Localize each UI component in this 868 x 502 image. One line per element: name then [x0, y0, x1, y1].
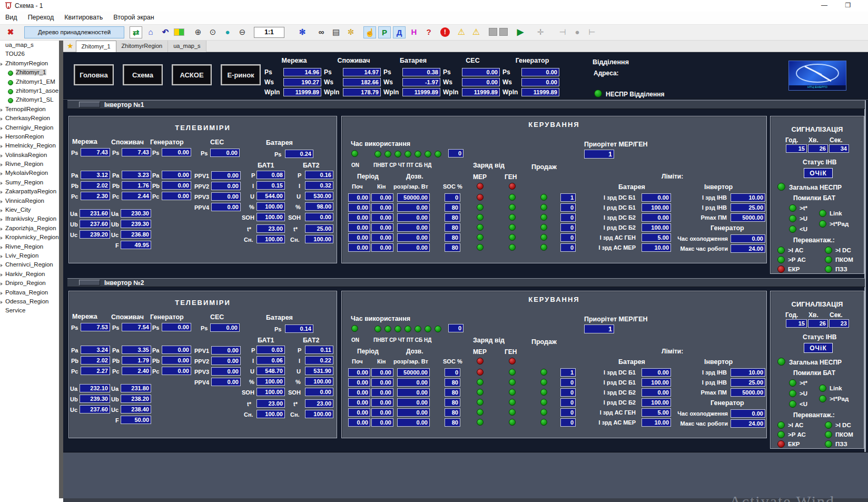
tree-item[interactable]: Sumy_Region	[0, 178, 59, 187]
menu-item[interactable]: Переход	[23, 12, 60, 25]
alarm-icon[interactable]: !	[440, 27, 450, 37]
tree-item[interactable]: Kiev_City	[0, 205, 59, 214]
limit-field[interactable]: 5000.00	[731, 213, 765, 222]
tree-item[interactable]: HersonRegion	[0, 132, 59, 141]
allow-field[interactable]: 0.00	[397, 213, 430, 222]
soc-field[interactable]: 80	[445, 203, 460, 212]
soc-field[interactable]: 80	[445, 213, 460, 222]
period-end-field[interactable]: 0.00	[371, 193, 393, 202]
period-end-field[interactable]: 0.00	[371, 378, 393, 387]
period-end-field[interactable]: 0.00	[371, 233, 393, 242]
tree-item[interactable]: VolinskaRegion	[0, 151, 59, 160]
soc-field[interactable]: 80	[445, 408, 460, 417]
limit-field[interactable]: 5000.00	[731, 388, 765, 397]
period-end-field[interactable]: 0.00	[371, 223, 393, 232]
r-mode-icon[interactable]: Р	[378, 26, 391, 38]
period-start-field[interactable]: 0.00	[348, 388, 370, 397]
select-cursor-icon[interactable]: ✻	[296, 26, 309, 38]
help-icon[interactable]: ?	[422, 26, 435, 38]
allow-field[interactable]: 0.00	[397, 223, 430, 232]
period-start-field[interactable]: 0.00	[348, 203, 370, 212]
limit-field[interactable]: 10.00	[731, 193, 765, 202]
close-schema-icon[interactable]: ✖	[4, 26, 17, 38]
back-icon[interactable]: ↶	[159, 26, 172, 38]
tree-button[interactable]: Дерево принадлежностей	[24, 26, 124, 38]
tree-item[interactable]: Dnipro_Region	[0, 279, 59, 288]
block2-icon[interactable]	[499, 28, 508, 36]
limit-field[interactable]: 5.00	[642, 233, 671, 242]
zoom-dynamic-icon[interactable]: ●	[221, 26, 234, 38]
sale-field[interactable]: 0	[560, 408, 576, 417]
tree-item[interactable]: Service	[0, 306, 59, 315]
find-icon[interactable]: ∞	[315, 26, 328, 38]
limit-field[interactable]: 0.00	[642, 213, 671, 222]
zoom-out-icon[interactable]: ⊖	[236, 26, 249, 38]
period-start-field[interactable]: 0.00	[348, 223, 370, 232]
soc-field[interactable]: 80	[445, 223, 460, 232]
period-start-field[interactable]: 0.00	[348, 233, 370, 242]
period-start-field[interactable]: 0.00	[348, 193, 370, 202]
zoom-in-icon[interactable]: ⊕	[192, 26, 204, 38]
allow-field[interactable]: 50000.00	[397, 193, 430, 202]
sale-field[interactable]: 0	[560, 243, 576, 252]
tree-item[interactable]: Odessa_Region	[0, 297, 59, 306]
tree-item[interactable]: Poltava_Region	[0, 288, 59, 297]
limit-field[interactable]: 25.00	[731, 378, 765, 387]
allow-field[interactable]: 0.00	[397, 243, 430, 252]
allow-field[interactable]: 0.00	[397, 378, 430, 387]
tree-item[interactable]: Zaporizhja_Region	[0, 224, 59, 233]
period-end-field[interactable]: 0.00	[371, 388, 393, 397]
allow-field[interactable]: 50000.00	[397, 368, 430, 377]
period-end-field[interactable]: 0.00	[371, 213, 393, 222]
limit-field[interactable]: 100.00	[642, 223, 671, 232]
limit-field[interactable]: 10.00	[731, 368, 765, 377]
tree-item[interactable]: VinnicaRegion	[0, 196, 59, 205]
tree-item[interactable]: ZakarpattyaRegion	[0, 187, 59, 196]
time-use-value[interactable]: 0	[448, 324, 463, 332]
limit-field[interactable]: 100.00	[642, 378, 671, 387]
tree-item[interactable]: Kropivnicky_Region	[0, 233, 59, 242]
sale-field[interactable]: 0	[560, 223, 576, 232]
soc-field[interactable]: 80	[445, 243, 460, 252]
tree-item[interactable]: MykolaivRegion	[0, 169, 59, 178]
pan-hand-icon[interactable]: ☝	[363, 26, 376, 38]
soc-field[interactable]: 80	[445, 398, 460, 407]
sale-field[interactable]: 0	[560, 213, 576, 222]
nav-button[interactable]: Схема	[123, 64, 163, 85]
minimize-button[interactable]: —	[816, 2, 832, 11]
palette-icon[interactable]	[174, 28, 184, 36]
warning-icon[interactable]: ⚠	[455, 26, 468, 38]
priority-field[interactable]: 1	[584, 150, 614, 159]
limit-field[interactable]: 100.00	[642, 398, 671, 407]
tree-item[interactable]: Chernivci_Region	[0, 260, 59, 269]
sale-field[interactable]: 0	[560, 378, 576, 387]
period-start-field[interactable]: 0.00	[348, 368, 370, 377]
period-end-field[interactable]: 0.00	[371, 368, 393, 377]
tree-item[interactable]: TernopilRegion	[0, 105, 59, 114]
run-icon[interactable]: ▶	[514, 26, 527, 38]
allow-field[interactable]: 0.00	[397, 398, 430, 407]
schema-tab[interactable]: Zhitomyr_1	[76, 41, 116, 52]
nav-button[interactable]: АСКОЕ	[172, 64, 212, 85]
sale-field[interactable]: 1	[560, 193, 576, 202]
limit-field[interactable]: 24.00	[731, 419, 765, 428]
limit-field[interactable]: 100.00	[642, 203, 671, 212]
menu-item[interactable]: Второй экран	[108, 12, 159, 25]
allow-field[interactable]: 0.00	[397, 408, 430, 417]
soc-field[interactable]: 80	[445, 378, 460, 387]
tree-item[interactable]: Rivne_Region	[0, 242, 59, 251]
tree-item[interactable]: ua_map_s	[0, 41, 59, 50]
tree-item[interactable]: Ifrankivsky_Region	[0, 214, 59, 223]
tree-item[interactable]: Chernigiv_Region	[0, 123, 59, 132]
refresh-icon[interactable]: ⇄	[130, 26, 142, 38]
print-icon[interactable]: ▤	[330, 26, 342, 38]
schema-tab[interactable]: ZhitomyrRegion	[116, 41, 169, 52]
tree-item[interactable]: Zhitomyr1_EM	[0, 77, 59, 86]
allow-field[interactable]: 0.00	[397, 388, 430, 397]
maximize-button[interactable]: ❐	[840, 2, 856, 11]
warning-ack-icon[interactable]: ⚠	[470, 26, 482, 38]
tree-item[interactable]: TOU26	[0, 50, 59, 58]
period-start-field[interactable]: 0.00	[348, 213, 370, 222]
limit-field[interactable]: 0.00	[731, 409, 765, 418]
period-start-field[interactable]: 0.00	[348, 398, 370, 407]
